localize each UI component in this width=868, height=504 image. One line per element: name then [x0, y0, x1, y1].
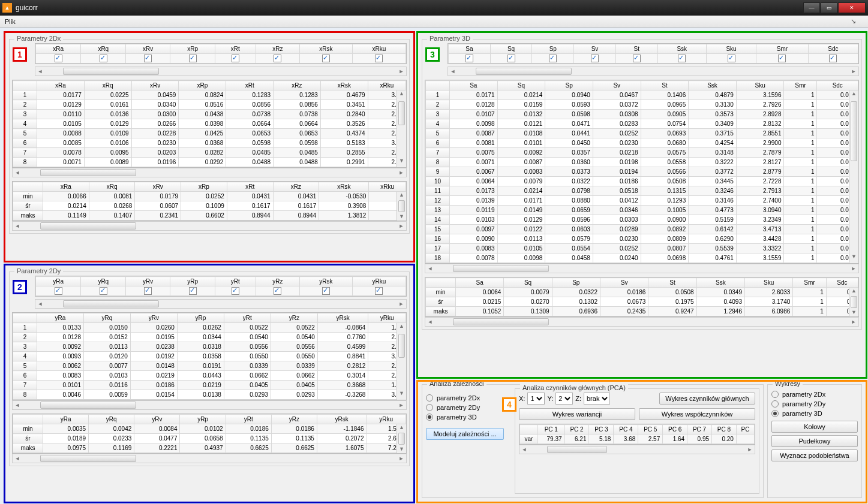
select-x[interactable]: 1 [527, 393, 545, 405]
scrollbar-h[interactable]: ◄► [12, 400, 407, 410]
column-header[interactable]: Sa [450, 81, 498, 90]
column-header[interactable]: Smr [756, 44, 809, 54]
column-header[interactable]: PC 8 [712, 425, 737, 434]
column-header[interactable]: yRp [177, 313, 224, 323]
checkbox-Ssk[interactable] [678, 55, 686, 62]
column-header[interactable]: xRt [226, 81, 274, 90]
column-header[interactable]: Sp [552, 278, 600, 288]
radio-param-2dy[interactable]: parametry 2Dy [426, 404, 510, 411]
row-header[interactable]: 5 [13, 361, 37, 371]
checkbox-xRp[interactable] [189, 55, 197, 62]
checkbox-xRku[interactable] [375, 55, 383, 62]
column-header[interactable]: xRsk [320, 81, 368, 90]
checkbox-yRku[interactable] [375, 287, 383, 295]
row-header[interactable]: maks [13, 211, 43, 221]
row-header[interactable]: var [520, 434, 538, 444]
row-header[interactable]: 13 [426, 206, 450, 215]
column-header[interactable]: Sku [744, 278, 792, 288]
column-header[interactable]: Sv [600, 278, 648, 288]
select-z[interactable]: brak [584, 393, 610, 405]
scrollbar-h[interactable]: ◄► [12, 454, 407, 463]
column-header[interactable]: xRt [215, 44, 256, 54]
column-header[interactable]: yRq [83, 313, 130, 323]
row-header[interactable]: 4 [13, 352, 37, 361]
column-header[interactable]: PC [736, 425, 754, 434]
column-header[interactable]: PC 6 [663, 425, 687, 434]
column-header[interactable]: Sp [532, 44, 574, 54]
row-header[interactable]: 12 [426, 196, 450, 206]
checkbox-xRt[interactable] [232, 55, 239, 62]
row-header[interactable]: min [426, 288, 456, 297]
scrollbar-v[interactable]: ▲▼ [397, 323, 406, 400]
minimize-button[interactable]: — [803, 2, 820, 13]
column-header[interactable]: PC 7 [687, 425, 712, 434]
column-header[interactable]: yRa [36, 277, 81, 286]
row-header[interactable]: 18 [426, 253, 450, 263]
row-header[interactable]: 3 [13, 110, 37, 119]
column-header[interactable]: yRsk [300, 277, 353, 286]
row-header[interactable]: 3 [13, 342, 37, 352]
column-header[interactable]: xRv [126, 44, 170, 54]
column-header[interactable]: yRz [256, 277, 300, 286]
column-header[interactable]: yRsk [317, 313, 368, 323]
checkbox-yRq[interactable] [100, 287, 107, 295]
column-header[interactable]: yRq [89, 415, 134, 424]
column-header[interactable]: xRv [135, 182, 181, 192]
column-header[interactable]: yRv [126, 277, 170, 286]
radio-param-3d[interactable]: parametry 3D [426, 414, 510, 421]
scrollbar-v[interactable]: ▲▼ [849, 288, 858, 316]
column-header[interactable]: yRp [170, 277, 215, 286]
column-header[interactable]: yRz [271, 313, 317, 323]
row-header[interactable]: śr [426, 297, 456, 307]
scrollbar-h[interactable]: ◄► [447, 67, 859, 76]
checkbox-Sa[interactable] [465, 55, 473, 62]
checkbox-yRv[interactable] [144, 287, 152, 295]
row-header[interactable]: 3 [426, 110, 450, 119]
column-header[interactable]: PC 4 [614, 425, 638, 434]
row-header[interactable]: 2 [13, 100, 37, 110]
scrollbar-h[interactable]: ◄► [425, 264, 859, 273]
column-header[interactable]: yRa [37, 313, 84, 323]
scrollbar-v[interactable]: ▲▼ [397, 192, 406, 221]
row-header[interactable]: śr [13, 434, 43, 443]
column-header[interactable]: yRz [271, 415, 317, 424]
column-header[interactable]: xRa [36, 44, 81, 54]
column-header[interactable]: Sp [545, 81, 593, 90]
column-header[interactable]: Ssk [696, 278, 744, 288]
column-header[interactable]: Sku [736, 81, 784, 90]
checkbox-Sp[interactable] [549, 55, 557, 62]
column-header[interactable]: xRz [274, 81, 321, 90]
btn-pie[interactable]: Kołowy [771, 421, 858, 433]
checkbox-Sdc[interactable] [829, 55, 837, 62]
column-header[interactable]: Sq [497, 81, 545, 90]
column-header[interactable]: yRa [43, 415, 89, 424]
select-y[interactable]: 2 [555, 393, 573, 405]
checkbox-yRp[interactable] [189, 287, 197, 295]
maximize-button[interactable]: ▭ [821, 2, 837, 13]
checkbox-Smr[interactable] [778, 55, 786, 62]
checkbox-xRz[interactable] [274, 55, 281, 62]
row-header[interactable]: 1 [426, 90, 450, 100]
column-header[interactable]: xRku [368, 81, 406, 90]
row-header[interactable]: 7 [13, 148, 37, 158]
radio-chart-2dx[interactable]: parametry 2Dx [771, 391, 858, 398]
row-header[interactable]: 1 [13, 90, 37, 100]
checkbox-St[interactable] [633, 55, 641, 62]
row-header[interactable]: 17 [426, 244, 450, 253]
column-header[interactable]: Sa [456, 278, 504, 288]
row-header[interactable]: 4 [13, 119, 37, 129]
menu-file[interactable]: Plik [5, 18, 16, 25]
checkbox-Sq[interactable] [507, 55, 515, 62]
row-header[interactable]: 4 [426, 119, 450, 129]
column-header[interactable]: Ssk [689, 81, 737, 90]
checkbox-yRz[interactable] [274, 287, 281, 295]
scrollbar-h[interactable]: ◄► [12, 221, 407, 231]
column-header[interactable]: yRq [81, 277, 126, 286]
column-header[interactable]: yRv [134, 415, 180, 424]
scrollbar-v[interactable]: ▲▼ [849, 90, 858, 263]
checkbox-Sv[interactable] [591, 55, 599, 62]
column-header[interactable]: Smr [793, 278, 826, 288]
row-header[interactable]: min [13, 192, 43, 201]
btn-main-chart[interactable]: Wykres czynników głównych [659, 393, 755, 405]
row-header[interactable]: 8 [13, 158, 37, 167]
